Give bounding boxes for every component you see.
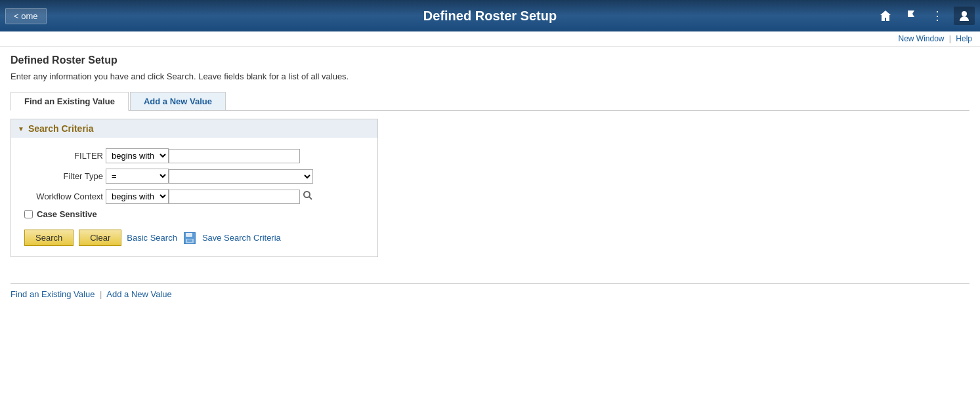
tab-find-existing[interactable]: Find an Existing Value <box>11 92 129 111</box>
workflow-context-input[interactable] <box>169 190 300 204</box>
page-header-title: Defined Roster Setup <box>423 9 557 24</box>
filter-input[interactable] <box>169 149 300 163</box>
filter-type-label: Filter Type <box>24 171 103 181</box>
user-icon-btn[interactable] <box>954 7 975 25</box>
filter-type-operator-select[interactable]: = not = begins with <box>106 169 169 184</box>
tab-bar: Find an Existing Value Add a New Value <box>11 92 969 111</box>
search-criteria-label: Search Criteria <box>28 123 94 134</box>
case-sensitive-row: Case Sensitive <box>24 209 364 219</box>
header: < ome Defined Roster Setup ⋮ <box>0 0 980 31</box>
new-window-link[interactable]: New Window <box>898 34 944 43</box>
search-criteria-section: ▼ Search Criteria FILTER begins with con… <box>11 119 378 257</box>
top-links-separator: | <box>949 34 951 43</box>
home-icon-btn[interactable] <box>875 7 896 25</box>
page-description: Enter any information you have and click… <box>11 71 969 81</box>
header-icons: ⋮ <box>875 6 975 26</box>
filter-operator-select[interactable]: begins with contains = not = <box>106 148 169 163</box>
page-content: Defined Roster Setup Enter any informati… <box>0 47 980 307</box>
workflow-context-label: Workflow Context <box>24 192 103 201</box>
basic-search-link[interactable]: Basic Search <box>127 233 177 243</box>
more-icon-btn[interactable]: ⋮ <box>927 6 948 26</box>
search-button[interactable]: Search <box>24 230 74 246</box>
filter-type-value-select[interactable]: Option1 Option2 <box>169 169 313 184</box>
svg-rect-6 <box>187 239 192 242</box>
case-sensitive-label: Case Sensitive <box>37 209 97 219</box>
workflow-context-operator-select[interactable]: begins with contains = <box>106 189 169 204</box>
svg-rect-4 <box>186 233 192 237</box>
filter-label: FILTER <box>24 151 103 161</box>
flag-icon-btn[interactable] <box>901 7 922 25</box>
svg-point-1 <box>304 192 310 197</box>
home-button[interactable]: < ome <box>5 8 47 24</box>
tab-add-new[interactable]: Add a New Value <box>130 92 226 110</box>
footer-add-new-link[interactable]: Add a New Value <box>106 289 172 299</box>
save-search-criteria-link[interactable]: Save Search Criteria <box>202 233 281 243</box>
svg-line-2 <box>309 197 312 199</box>
collapse-triangle-icon: ▼ <box>18 125 24 132</box>
help-link[interactable]: Help <box>956 34 972 43</box>
action-buttons: Search Clear Basic Search Save Search Cr… <box>24 230 364 246</box>
footer-find-existing-link[interactable]: Find an Existing Value <box>11 289 95 299</box>
footer-separator: | <box>100 289 102 299</box>
top-links-bar: New Window | Help <box>0 31 980 47</box>
filter-type-row: Filter Type = not = begins with Option1 … <box>24 169 364 184</box>
svg-point-0 <box>962 11 967 16</box>
footer-links: Find an Existing Value | Add a New Value <box>11 283 969 299</box>
clear-button[interactable]: Clear <box>79 230 121 246</box>
workflow-context-search-icon-btn[interactable] <box>303 190 313 203</box>
save-criteria-icon <box>184 232 196 244</box>
page-subtitle: Defined Roster Setup <box>11 54 969 66</box>
filter-row: FILTER begins with contains = not = <box>24 148 364 163</box>
case-sensitive-checkbox[interactable] <box>24 210 33 218</box>
search-form: FILTER begins with contains = not = Filt… <box>11 138 377 256</box>
workflow-context-row: Workflow Context begins with contains = <box>24 189 364 204</box>
search-criteria-header[interactable]: ▼ Search Criteria <box>11 119 377 138</box>
